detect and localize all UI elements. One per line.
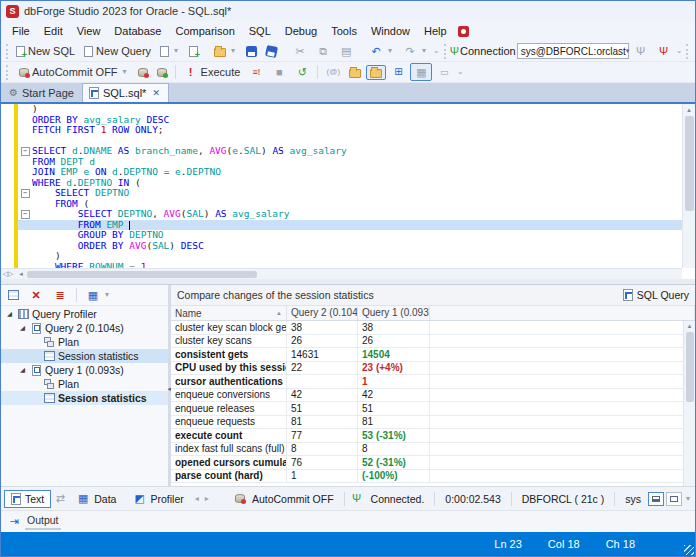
tab-data-view[interactable]: ▦Data <box>69 489 123 509</box>
save-all-button[interactable] <box>262 44 281 59</box>
fold-toggle[interactable]: − <box>18 209 32 220</box>
layout-horizontal-button[interactable] <box>648 492 664 506</box>
profiler-options-button[interactable]: ▦▾ <box>82 286 115 304</box>
tree-item-session-statistics[interactable]: Session statistics <box>1 391 168 405</box>
new-document-button[interactable]: ▾ <box>156 42 184 60</box>
menu-item-debug[interactable]: Debug <box>278 23 324 39</box>
connection-combobox[interactable]: sys@DBFORCL:orclast▾ <box>517 43 629 59</box>
menu-item-edit[interactable]: Edit <box>37 23 70 39</box>
disconnect-button[interactable]: Ψ <box>653 42 675 60</box>
profiler-new-button[interactable] <box>4 288 23 302</box>
column-header-query2[interactable]: Query 2 (0.104s) <box>287 306 358 320</box>
cut-button[interactable]: ✂ <box>289 42 311 60</box>
scroll-thumb[interactable] <box>27 271 257 278</box>
stats-row[interactable]: enqueue releases5151 <box>171 402 695 416</box>
tab-start-page[interactable]: ⚙Start Page <box>3 83 82 102</box>
column-header-query1[interactable]: Query 1 (0.093s) <box>358 306 430 320</box>
new-connection-button[interactable] <box>185 44 202 59</box>
stats-row[interactable]: cluster key scan block gets3838 <box>171 321 695 335</box>
open-file-button[interactable]: ▾ <box>210 42 241 60</box>
new-query-button[interactable]: New Query <box>80 43 155 59</box>
output-tab[interactable]: Output <box>25 513 61 530</box>
notification-badge-icon[interactable] <box>458 26 469 37</box>
stats-row[interactable]: parse count (hard)1(-100%) <box>171 470 695 484</box>
layout-full-button[interactable] <box>666 492 682 506</box>
stats-row[interactable]: cursor authentications1 <box>171 375 695 389</box>
layout-picture-toggle[interactable]: ▦ <box>410 63 432 81</box>
stats-row[interactable]: opened cursors cumulative7652 (-31%) <box>171 456 695 470</box>
menu-item-database[interactable]: Database <box>107 23 168 39</box>
sql-editor[interactable]: )ORDER BY avg_salary DESCFETCH FIRST 1 R… <box>1 104 695 279</box>
tab-sql-document[interactable]: SQL.sql*✕ <box>82 83 169 102</box>
stop-button[interactable]: ■ <box>268 63 290 81</box>
stats-row[interactable]: execute count7753 (-31%) <box>171 429 695 443</box>
compare-results-button[interactable]: ⊞ <box>387 63 409 81</box>
tree-item-plan[interactable]: Plan <box>1 377 168 391</box>
stats-vertical-scrollbar[interactable]: ▴ <box>683 321 695 486</box>
menu-item-sql[interactable]: SQL <box>242 23 278 39</box>
scroll-up-icon[interactable]: ▴ <box>688 321 692 331</box>
profiler-compare-button[interactable]: ≣ <box>49 286 71 304</box>
stats-row[interactable]: cluster key scans2626 <box>171 335 695 349</box>
menu-item-view[interactable]: View <box>70 23 108 39</box>
scroll-thumb[interactable] <box>685 116 694 211</box>
execute-script-button[interactable]: ≡! <box>245 63 267 81</box>
tree-item-plan[interactable]: Plan <box>1 335 168 349</box>
new-sql-button[interactable]: New SQL <box>12 43 79 59</box>
new-connection-plug-icon[interactable]: Ψ <box>450 44 459 58</box>
paste-button[interactable]: ▤ <box>335 42 357 60</box>
profiling-mode-toggle[interactable] <box>366 65 386 80</box>
code-line[interactable]: FETCH FIRST 1 ROW ONLY; <box>1 125 682 136</box>
save-button[interactable] <box>242 44 261 59</box>
redo-button[interactable]: ↷▾ <box>399 42 432 60</box>
column-header-name[interactable]: Name▲ <box>171 306 287 320</box>
tree-item-query-1-0-093s[interactable]: ◢Query 1 (0.093s) <box>1 363 168 377</box>
fold-toggle[interactable]: − <box>18 146 32 157</box>
query-history-button[interactable]: ↺ <box>291 63 313 81</box>
menu-item-help[interactable]: Help <box>417 23 454 39</box>
editor-horizontal-scrollbar[interactable]: ◁▷ ◂ <box>1 268 682 279</box>
stats-row[interactable]: CPU used by this session2223 (+4%) <box>171 362 695 376</box>
toolbar-grip[interactable] <box>686 44 688 59</box>
resize-grip[interactable] <box>684 545 694 555</box>
tab-text-view[interactable]: Text <box>4 490 51 508</box>
designer-button[interactable]: ▭ <box>433 63 455 81</box>
layout-dropdown-icon[interactable]: ▾ <box>684 492 692 506</box>
hsplit-handle-icon[interactable]: ◁▷ <box>1 270 15 278</box>
tree-expand-icon[interactable]: ◢ <box>5 310 14 318</box>
fold-minus-icon[interactable]: − <box>21 147 30 156</box>
toolbar-grip[interactable] <box>6 44 8 59</box>
toolbar-grip[interactable] <box>6 65 11 80</box>
tab-profiler-view[interactable]: ◩Profiler <box>125 489 190 509</box>
commit-button[interactable] <box>134 66 152 79</box>
editor-vertical-scrollbar[interactable]: ▴ <box>682 104 695 268</box>
scroll-left-icon[interactable]: ◂ <box>15 270 27 278</box>
stats-row[interactable]: enqueue conversions4242 <box>171 389 695 403</box>
menu-item-file[interactable]: File <box>5 23 37 39</box>
stats-row[interactable]: index fast full scans (full)88 <box>171 443 695 457</box>
toolbar-grip[interactable] <box>444 44 446 59</box>
tree-expand-icon[interactable]: ◢ <box>18 366 27 374</box>
fold-minus-icon[interactable]: − <box>21 189 30 198</box>
autocommit-status[interactable]: AutoCommit OFF <box>247 493 339 505</box>
menu-item-tools[interactable]: Tools <box>324 23 364 39</box>
tab-scroll-right-icon[interactable]: ▸ <box>203 492 211 506</box>
swap-view-icon[interactable]: ⇄ <box>53 492 67 506</box>
undo-button[interactable]: ↶▾ <box>365 42 398 60</box>
menu-item-window[interactable]: Window <box>364 23 417 39</box>
scroll-thumb[interactable] <box>686 332 694 402</box>
stats-row[interactable]: consistent gets1463114504 <box>171 348 695 362</box>
copy-button[interactable]: ⧉ <box>312 42 334 60</box>
rollback-button[interactable] <box>153 66 171 79</box>
debug-parameters-button[interactable]: (@) <box>322 63 344 81</box>
title-bar[interactable]: S dbForge Studio 2023 for Oracle - SQL.s… <box>1 1 695 21</box>
tree-item-session-statistics[interactable]: Session statistics <box>1 349 168 363</box>
execute-button[interactable]: !Execute <box>180 63 245 81</box>
code-line[interactable]: ORDER BY AVG(SAL) DESC <box>1 241 682 252</box>
tab-scroll-left-icon[interactable]: ◂ <box>193 492 201 506</box>
toolbar-overflow-icon[interactable]: ⌄ <box>676 44 683 58</box>
stats-row[interactable]: enqueue requests8181 <box>171 416 695 430</box>
connect-button[interactable]: Ψ <box>630 42 652 60</box>
code-line[interactable]: − SELECT DEPTNO <box>1 188 682 199</box>
toolbar-overflow-icon[interactable]: ⌄ <box>456 65 464 79</box>
